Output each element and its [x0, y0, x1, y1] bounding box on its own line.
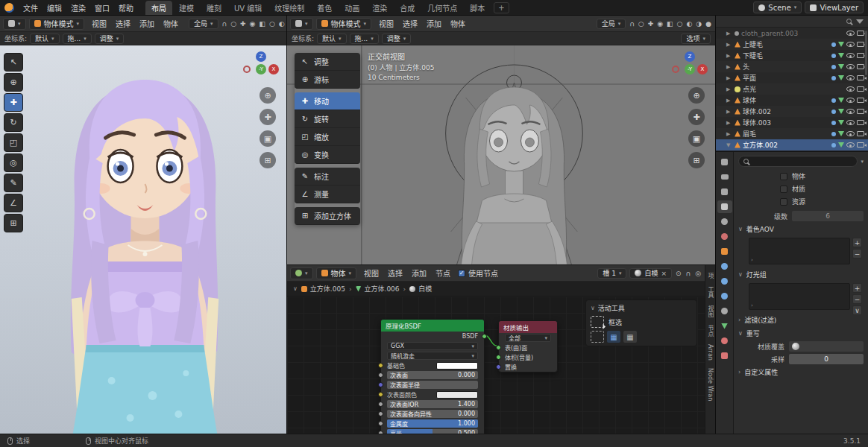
viewport-menu[interactable]: 选择: [111, 17, 135, 30]
value-slider[interactable]: 金属度1.000: [387, 419, 478, 428]
snap-magnet-icon[interactable]: ∩: [221, 20, 228, 28]
hide-toggle-icon[interactable]: [846, 142, 855, 148]
viewport-3d-rendered-scene[interactable]: ↖⊕✚↻◰◎✎∠⊞ Z -Y X ⊕✚▣⊞: [0, 45, 286, 434]
outliner-item[interactable]: ▶平面: [716, 72, 868, 83]
outliner-item[interactable]: ▶上睫毛: [716, 39, 868, 50]
tool-tab[interactable]: [717, 156, 732, 168]
topbar-menu[interactable]: 帮助: [114, 1, 138, 14]
shading-wireframe-icon[interactable]: ○: [676, 20, 684, 28]
node-canvas[interactable]: 原理化BSDF BSDF GGX▾ 随机游走▾ 基础色次表面0: [287, 297, 705, 434]
viewlayer-selector[interactable]: ViewLayer: [805, 1, 864, 13]
coord-dropdown[interactable]: 默认▾: [30, 34, 60, 44]
expand-caret-icon[interactable]: ▶: [726, 120, 732, 126]
viewport-menu[interactable]: 添加: [135, 17, 159, 30]
nav-gizmo[interactable]: Z -Y X: [243, 51, 279, 83]
node-title[interactable]: 原理化BSDF: [381, 320, 484, 332]
shader-type-dropdown[interactable]: 物体▾: [316, 267, 357, 279]
topbar-menu[interactable]: 渲染: [66, 1, 90, 14]
blender-logo-icon[interactable]: [4, 3, 14, 13]
shading-solid-icon[interactable]: ◐: [278, 20, 286, 28]
search-icon[interactable]: [846, 19, 852, 24]
cursor-tool[interactable]: ⊕: [4, 73, 23, 92]
search-input[interactable]: [738, 156, 858, 167]
measure-tool[interactable]: ∠: [4, 194, 23, 212]
hide-toggle-icon[interactable]: [846, 31, 855, 36]
filter-checkbox[interactable]: 资源: [780, 197, 864, 206]
transform-tool[interactable]: ◎变换: [295, 146, 360, 164]
outliner-item[interactable]: ▶cloth_parent.003: [716, 28, 868, 39]
camera-view-icon[interactable]: ▣: [688, 130, 705, 147]
camera-view-icon[interactable]: ▣: [260, 130, 276, 147]
particles-tab[interactable]: [717, 275, 732, 288]
viewport-menu[interactable]: 视图: [374, 17, 398, 30]
input-socket[interactable]: [378, 363, 383, 368]
hide-toggle-icon[interactable]: [846, 98, 855, 103]
shading-wireframe-icon[interactable]: ○: [268, 20, 276, 28]
mode-dropdown[interactable]: 物体模式▾: [316, 18, 372, 30]
physics-tab[interactable]: [717, 290, 732, 302]
xray-toggle-icon[interactable]: ◧: [258, 20, 266, 28]
pin-icon[interactable]: ⊙: [675, 270, 682, 277]
editor-type-button[interactable]: ▾: [290, 18, 313, 30]
npanel-tab[interactable]: Node Wran: [707, 368, 714, 401]
viewport-menu[interactable]: 添加: [422, 17, 446, 30]
add-cube-tool[interactable]: ⊞: [4, 214, 23, 232]
input-socket[interactable]: [378, 382, 383, 387]
editor-type-button[interactable]: ▾: [290, 267, 313, 279]
hide-toggle-icon[interactable]: [846, 131, 855, 136]
expand-caret-icon[interactable]: ▶: [726, 109, 732, 115]
chevron-down-icon[interactable]: ▾: [861, 159, 864, 165]
render-toggle-icon[interactable]: [857, 98, 864, 103]
section-shader-aov[interactable]: ∨ 着色AOV: [738, 224, 864, 235]
gizmos-toggle-icon[interactable]: ✚: [647, 20, 655, 28]
hide-toggle-icon[interactable]: [846, 86, 855, 92]
expand-caret-icon[interactable]: ▶: [726, 98, 732, 104]
npanel-tab[interactable]: 视图: [706, 305, 714, 317]
unlink-material-button[interactable]: ×: [661, 270, 667, 277]
input-socket[interactable]: [378, 411, 383, 416]
topbar-menu[interactable]: 编辑: [43, 1, 66, 14]
hide-toggle-icon[interactable]: [846, 109, 855, 114]
npanel-tab[interactable]: 工具: [706, 286, 714, 298]
move-tool[interactable]: ✚: [4, 93, 23, 112]
hide-toggle-icon[interactable]: [846, 120, 855, 125]
render-tab[interactable]: [717, 171, 732, 183]
overlays-toggle-icon[interactable]: ◉: [249, 20, 257, 28]
scene-selector[interactable]: Scene ▾: [753, 1, 802, 13]
expand-caret-icon[interactable]: ▼: [726, 142, 732, 148]
axis-x-handle[interactable]: X: [268, 64, 279, 74]
render-toggle-icon[interactable]: [857, 64, 864, 69]
axis-y-handle[interactable]: -Y: [685, 64, 695, 74]
expand-caret-icon[interactable]: ▶: [726, 42, 732, 48]
annotate-tool[interactable]: ✎: [4, 174, 23, 192]
node-title[interactable]: 材质输出: [499, 321, 557, 333]
workspace-tab[interactable]: 纹理绘制: [268, 1, 310, 15]
npanel-tab[interactable]: 项: [706, 273, 714, 279]
select-box-tool[interactable]: ↖: [4, 53, 23, 72]
samples-field[interactable]: 0: [789, 354, 864, 364]
xray-toggle-icon[interactable]: ◧: [666, 20, 674, 28]
breadcrumb-material[interactable]: 白模: [409, 284, 432, 294]
target-dropdown[interactable]: 全部▾: [505, 334, 551, 342]
expand-caret-icon[interactable]: ▶: [726, 131, 732, 137]
value-slider[interactable]: 高光0.500: [387, 429, 478, 434]
viewport-menu[interactable]: 视图: [87, 17, 111, 30]
hide-toggle-icon[interactable]: [846, 42, 855, 47]
npanel-tab[interactable]: Arran: [707, 344, 714, 361]
adjust-dropdown[interactable]: 调整▾: [95, 34, 125, 44]
workspace-tab[interactable]: 几何节点: [421, 1, 463, 15]
filter-icon[interactable]: [856, 19, 864, 24]
npanel-tab[interactable]: 节点: [706, 325, 714, 337]
grid-toggle-icon[interactable]: ⊞: [688, 152, 705, 168]
shader-menu[interactable]: 添加: [407, 267, 431, 279]
add-workspace-button[interactable]: +: [494, 2, 509, 13]
axis-z-handle[interactable]: Z: [685, 51, 695, 62]
mode-dropdown[interactable]: 物体模式▾: [29, 18, 85, 30]
outliner-scrollbar[interactable]: [865, 31, 867, 75]
viewport-menu[interactable]: 物体: [159, 17, 183, 30]
annotate-tool[interactable]: ✎标注: [295, 168, 360, 186]
input-socket[interactable]: [496, 364, 501, 370]
filter-checkbox[interactable]: 物体: [780, 171, 864, 181]
drag-dropdown[interactable]: 拖...▾: [350, 34, 379, 44]
value-slider[interactable]: 次表面0.000: [387, 371, 478, 379]
